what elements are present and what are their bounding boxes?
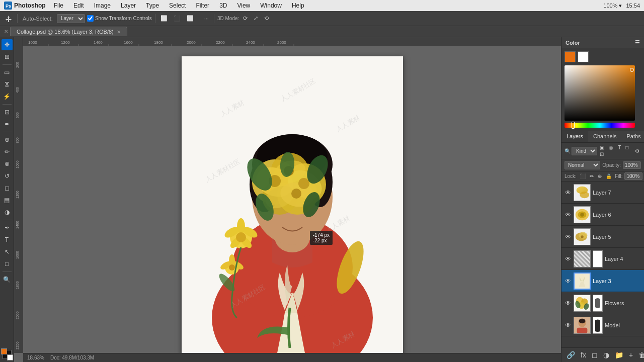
align-right-btn[interactable]: ⬜ (185, 14, 196, 23)
filter-shape-btn[interactable]: □ (624, 144, 630, 151)
lock-pixels-btn[interactable]: ⬛ (579, 173, 587, 179)
svg-text:1800: 1800 (16, 281, 19, 289)
color-hue-bar[interactable] (565, 123, 635, 128)
filter-adjust-btn[interactable]: ◎ (607, 144, 615, 151)
layer-item[interactable]: 👁 M (561, 314, 644, 336)
layer-visibility-btn[interactable]: 👁 (565, 233, 572, 240)
history-brush-tool[interactable]: ↺ (2, 170, 13, 182)
lock-position-btn[interactable]: ⊕ (597, 173, 603, 179)
fg-color-swatch[interactable] (3, 350, 12, 359)
document-tab[interactable]: Collage.psd @ 18.6% (Layer 3, RGB/8) ✕ (10, 27, 127, 36)
move-tool[interactable]: ✥ (2, 39, 13, 50)
layers-options-btn[interactable]: ⚙ (633, 148, 641, 154)
auto-select-dropdown[interactable]: Layer Group (57, 14, 85, 23)
eraser-tool[interactable]: ◻ (2, 183, 13, 194)
layer-visibility-btn[interactable]: 👁 (565, 322, 572, 329)
bg-swatch[interactable] (7, 354, 13, 360)
color-spectrum[interactable] (565, 65, 635, 121)
menu-image[interactable]: Image (90, 1, 115, 10)
layer-item[interactable]: 👁 Layer 6 (561, 204, 644, 226)
crop-tool[interactable]: ⊡ (2, 107, 13, 118)
close-tab-icon[interactable]: ✕ (4, 29, 8, 34)
tab-paths[interactable]: Paths (622, 131, 644, 142)
3d-mode-btn1[interactable]: ⟳ (241, 14, 250, 23)
blend-mode-select[interactable]: Normal Multiply Screen Overlay (565, 161, 600, 169)
layer-item[interactable]: 👁 Layer 3 (561, 270, 644, 292)
canvas-area[interactable]: 1000 1200 1400 1600 1800 2000 2200 2400 … (14, 37, 561, 362)
3d-mode-btn3[interactable]: ⟲ (262, 14, 271, 23)
filter-pixel-btn[interactable]: ▣ (598, 144, 606, 151)
gradient-tool[interactable]: ▤ (2, 195, 13, 206)
align-center-btn[interactable]: ⬛ (172, 14, 183, 23)
fg-swatch[interactable] (1, 348, 7, 354)
path-select-tool[interactable]: ↖ (2, 246, 13, 257)
filter-smart-btn[interactable]: ⊡ (598, 151, 605, 157)
fill-input[interactable] (624, 172, 642, 180)
layer-item[interactable]: 👁 Layer 4 (561, 248, 644, 270)
new-group-btn[interactable]: 📁 (613, 350, 625, 360)
menu-filter[interactable]: Filter (192, 1, 213, 10)
more-options-btn[interactable]: ··· (202, 15, 211, 23)
layers-kind-select[interactable]: Kind (572, 147, 597, 155)
layer-visibility-btn[interactable]: 👁 (565, 300, 572, 307)
add-effect-btn[interactable]: fx (579, 350, 588, 360)
layer-item[interactable]: 👁 (561, 292, 644, 314)
pen-tool[interactable]: ✒ (2, 222, 13, 233)
main-canvas[interactable]: 人人素材 人人素材社区 人人素材 人人素材社区 人人素材 人人素材社区 人人素材… (182, 56, 403, 353)
transform-controls-label[interactable]: Show Transform Controls (87, 15, 152, 22)
tab-layers[interactable]: Layers (561, 131, 588, 142)
delete-layer-btn[interactable]: 🗑 (636, 350, 644, 360)
bg-color-swatch[interactable] (578, 51, 589, 62)
clone-tool[interactable]: ⊗ (2, 158, 13, 169)
heal-tool[interactable]: ⊕ (2, 134, 13, 145)
new-fill-btn[interactable]: ◑ (601, 350, 611, 360)
type-tool[interactable]: T (2, 234, 13, 245)
add-mask-btn[interactable]: ◻ (590, 350, 600, 360)
menu-view[interactable]: View (233, 1, 254, 10)
transform-controls-checkbox[interactable] (87, 15, 94, 22)
layer-name: Layer 4 (605, 256, 641, 262)
menu-layer[interactable]: Layer (117, 1, 140, 10)
dodge-tool[interactable]: ◑ (2, 207, 13, 218)
menu-3d[interactable]: 3D (215, 1, 231, 10)
shape-tool[interactable]: □ (2, 258, 13, 269)
menu-select[interactable]: Select (165, 1, 190, 10)
layer-visibility-btn[interactable]: 👁 (565, 211, 572, 218)
layer-visibility-btn[interactable]: 👁 (565, 255, 572, 262)
color-panel-menu-icon[interactable]: ☰ (635, 39, 640, 46)
align-left-btn[interactable]: ⬜ (158, 14, 170, 23)
tab-channels[interactable]: Channels (588, 131, 621, 142)
quick-select-tool[interactable]: ⚡ (2, 91, 13, 102)
opacity-input[interactable] (623, 161, 641, 169)
menu-type[interactable]: Type (142, 1, 163, 10)
artboard-tool[interactable]: ⊞ (2, 51, 13, 62)
layer-visibility-btn[interactable]: 👁 (565, 189, 572, 196)
layer-item[interactable]: 👁 Layer 7 (561, 182, 644, 204)
menu-window[interactable]: Window (256, 1, 286, 10)
move-tool-btn[interactable] (3, 14, 14, 23)
fg-color-swatch[interactable] (565, 51, 576, 62)
svg-text:1600: 1600 (16, 251, 19, 259)
3d-mode-btn2[interactable]: ⤢ (252, 14, 260, 23)
marquee-tool[interactable]: ▭ (2, 67, 13, 78)
menu-help[interactable]: Help (288, 1, 308, 10)
layer-visibility-btn[interactable]: 👁 (565, 278, 572, 285)
menu-file[interactable]: File (50, 1, 67, 10)
doc-tab-close-btn[interactable]: ✕ (117, 29, 121, 35)
lock-image-btn[interactable]: ✏ (589, 173, 595, 179)
zoom-tool[interactable]: 🔍 (2, 274, 13, 285)
new-layer-btn[interactable]: + (627, 350, 635, 360)
canvas-wrapper[interactable]: 人人素材 人人素材社区 人人素材 人人素材社区 人人素材 人人素材社区 人人素材… (23, 46, 561, 353)
opacity-label: Opacity: (602, 162, 621, 168)
brush-tool[interactable]: ✏ (2, 146, 13, 157)
layer-item[interactable]: 👁 Layer 5 (561, 226, 644, 248)
lasso-tool[interactable]: ⴵ (2, 79, 13, 90)
layer-thumbnail (574, 317, 591, 334)
color-panel-header[interactable]: Color ☰ (561, 37, 644, 48)
eyedropper-tool[interactable]: ✒ (2, 119, 13, 130)
lock-all-btn[interactable]: 🔒 (605, 173, 613, 179)
link-layers-btn[interactable]: 🔗 (565, 350, 577, 360)
svg-point-68 (236, 232, 246, 242)
filter-type-btn[interactable]: T (616, 144, 622, 151)
menu-edit[interactable]: Edit (69, 1, 88, 10)
